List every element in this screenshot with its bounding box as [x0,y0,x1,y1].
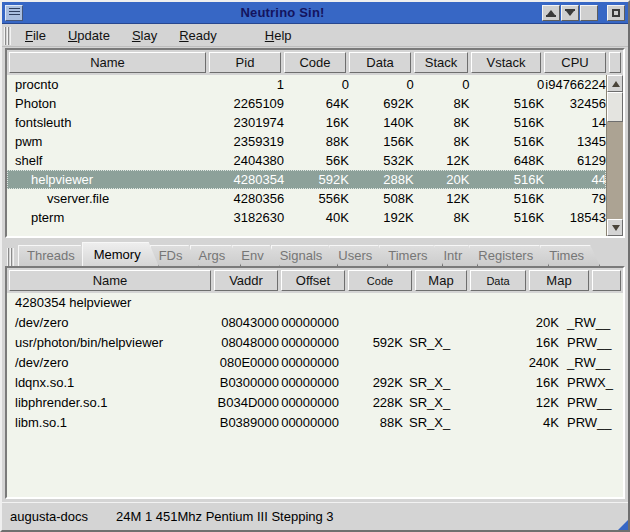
process-row-helpviewer-selected[interactable]: helpviewer4280354592K288K20K516K44 [7,170,606,189]
scroll-down-button[interactable] [607,219,623,236]
app-window: Neutrino Sin! File Update Slay Ready Hel… [0,0,630,532]
memory-rows: 4280354 helpviewer /dev/zero080430000000… [7,293,623,497]
process-rows: procnto10000i94766224 Photon226510964K69… [7,75,606,236]
menu-file[interactable]: File [15,26,58,45]
menu-bar: File Update Slay Ready Help [2,25,628,47]
memory-row-title[interactable]: 4280354 helpviewer [7,293,623,313]
collapse-button[interactable] [542,5,560,21]
tab-timers[interactable]: Timers [379,245,443,266]
process-row-pterm[interactable]: pterm318263040K192K8K516K18543 [7,208,606,227]
expand-button[interactable] [561,5,579,21]
mem-col-header-vaddr[interactable]: Vaddr [214,270,278,291]
mem-header-spacer [592,270,621,291]
tab-memory[interactable]: Memory [82,242,159,266]
scrollbar-trough[interactable] [607,122,623,219]
mem-col-header-offset[interactable]: Offset [281,270,345,291]
system-info-label: 24M 1 451Mhz Pentium III Stepping 3 [116,509,334,524]
process-row-fontsleuth[interactable]: fontsleuth230197416K140K8K516K14 [7,113,606,132]
menubar-grip[interactable] [4,27,11,45]
col-header-code[interactable]: Code [284,52,346,73]
process-table-panel: Name Pid Code Data Stack Vstack CPU proc… [5,48,625,238]
col-header-vstack[interactable]: Vstack [471,52,541,73]
col-header-cpu[interactable]: CPU [544,52,606,73]
mem-col-header-map[interactable]: Map [415,270,467,291]
memory-row-helpviewer-bin[interactable]: usr/photon/bin/helpviewer080480000000000… [7,333,623,353]
scroll-up-button[interactable] [607,75,623,92]
close-button[interactable] [607,5,625,21]
menu-ready[interactable]: Ready [169,26,229,45]
mem-col-header-code[interactable]: Code [348,270,412,291]
process-table-header: Name Pid Code Data Stack Vstack CPU [7,50,623,75]
memory-row-libm[interactable]: libm.so.1B03890000000000088KSR_X_4KPRW__ [7,413,623,433]
col-header-stack[interactable]: Stack [414,52,468,73]
process-table-scrollbar[interactable] [606,75,623,236]
scrollbar-thumb[interactable] [607,92,623,122]
memory-row-ldqnx[interactable]: ldqnx.so.1B030000000000000292KSR_X_16KPR… [7,373,623,393]
tab-registers[interactable]: Registers [469,245,549,266]
window-menu-button[interactable] [5,5,23,21]
title-bar[interactable]: Neutrino Sin! [2,2,628,24]
tab-signals[interactable]: Signals [271,245,339,266]
process-row-photon[interactable]: Photon226510964K692K8K516K32456 [7,94,606,113]
tab-times[interactable]: Times [540,245,600,266]
hamburger-icon [9,8,20,17]
detail-tab-bar: Threads Memory FDs Args Env Signals User… [5,241,625,266]
col-header-data[interactable]: Data [349,52,411,73]
arrow-up-icon [612,81,620,87]
col-header-pid[interactable]: Pid [209,52,281,73]
status-bar: augusta-docs 24M 1 451Mhz Pentium III St… [2,502,628,530]
tab-users[interactable]: Users [329,245,388,266]
mem-col-header-data[interactable]: Data [470,270,526,291]
expand-down-icon [566,11,574,16]
window-title: Neutrino Sin! [23,5,542,20]
menu-slay[interactable]: Slay [122,26,169,45]
tabbar-grip[interactable] [7,248,14,266]
process-row-procnto[interactable]: procnto10000i94766224 [7,75,606,94]
col-header-name[interactable]: Name [9,52,206,73]
arrow-down-icon [612,225,620,231]
maximize-button[interactable] [580,5,598,21]
mem-col-header-name[interactable]: Name [9,270,211,291]
memory-row-libphrender[interactable]: libphrender.so.1B034D00000000000228KSR_X… [7,393,623,413]
menu-update[interactable]: Update [58,26,122,45]
hostname-label: augusta-docs [10,509,88,524]
menu-help[interactable]: Help [255,26,304,45]
header-spacer [609,52,621,73]
memory-table-header: Name Vaddr Offset Code Map Data Map [7,268,623,293]
window-controls [542,5,625,21]
resize-grip[interactable] [618,520,628,530]
tab-threads[interactable]: Threads [18,245,91,266]
mem-col-header-map2[interactable]: Map [529,270,589,291]
restore-square-icon [612,9,620,17]
memory-table-panel: Name Vaddr Offset Code Map Data Map 4280… [5,266,625,499]
process-row-vserver-file[interactable]: vserver.file4280356556K508K12K516K79 [7,189,606,208]
process-row-shelf[interactable]: shelf240438056K532K12K648K6129 [7,151,606,170]
memory-row-devzero-2[interactable]: /dev/zero080E000000000000240K_RW__ [7,353,623,373]
memory-row-devzero-1[interactable]: /dev/zero080430000000000020K_RW__ [7,313,623,333]
process-row-pwm[interactable]: pwm235931988K156K8K516K1345 [7,132,606,151]
